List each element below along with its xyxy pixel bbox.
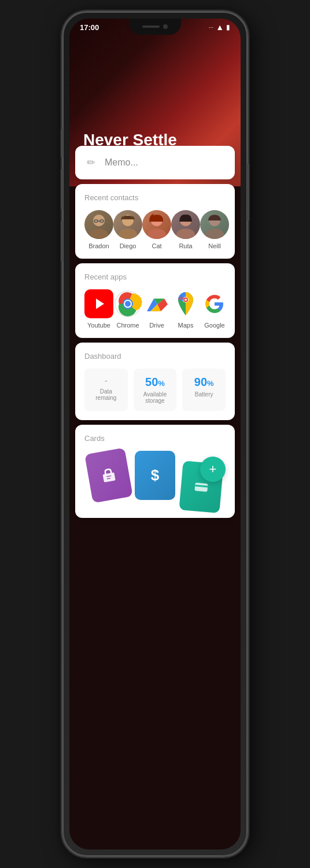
app-name-youtube: Youtube (87, 322, 110, 329)
phone-screen: 17:00 ··· ▲ ▮ Never Settle ☀ Clear, 72 °… (69, 19, 241, 849)
chrome-icon (113, 289, 142, 318)
recent-apps-card: Recent apps Youtube (75, 263, 235, 338)
bottom-spacer (69, 523, 241, 546)
dashboard-data-label: Data remaing (89, 388, 123, 401)
apps-row: Youtube (84, 289, 226, 329)
battery-icon: ▮ (226, 23, 230, 31)
contact-name-diego: Diego (120, 242, 136, 249)
add-card-button[interactable]: + (200, 457, 226, 482)
svg-point-18 (125, 301, 131, 307)
dollar-text: $ (151, 466, 159, 484)
app-youtube[interactable]: Youtube (84, 289, 113, 329)
card-dollar[interactable]: $ (135, 451, 175, 500)
dashboard-row: - Data remaing 50% Available storage 90% (84, 369, 226, 411)
camera (163, 24, 168, 29)
memo-card[interactable]: ✏ Memo... (75, 146, 235, 179)
dashboard-battery-label: Battery (187, 391, 221, 398)
google-icon (200, 289, 229, 318)
svg-point-7 (119, 229, 137, 239)
contact-name-neill: Neill (208, 242, 220, 249)
avatar-diego-image (113, 210, 142, 239)
app-name-google: Google (204, 322, 224, 329)
avatar-cat (142, 210, 171, 239)
svg-rect-25 (102, 472, 115, 482)
contact-name-bradon: Bradon (88, 242, 109, 249)
side-button-alert[interactable] (61, 128, 63, 157)
dashboard-storage-value: 50% (138, 376, 172, 389)
app-name-chrome: Chrome (116, 322, 139, 329)
contact-neill[interactable]: Neill (200, 210, 229, 249)
youtube-play-icon (96, 299, 104, 309)
svg-point-9 (147, 229, 166, 239)
shopping-icon (99, 466, 118, 484)
status-time: 17:00 (80, 23, 99, 32)
side-button-vol-down[interactable] (61, 221, 63, 262)
plus-icon: + (209, 462, 217, 477)
contact-diego[interactable]: Diego (113, 210, 142, 249)
app-drive[interactable]: Drive (142, 289, 171, 329)
contacts-row: Bradon (84, 210, 226, 249)
teal-card-icon (193, 479, 209, 495)
notch (129, 19, 181, 35)
signal-icon: ··· (209, 24, 213, 31)
contact-ruta[interactable]: Ruta (171, 210, 200, 249)
avatar-neill-image (200, 210, 229, 239)
app-maps[interactable]: Maps (171, 289, 200, 329)
apps-label: Recent apps (84, 273, 226, 281)
wifi-icon: ▲ (216, 23, 224, 32)
memo-pencil-icon: ✏ (87, 156, 95, 169)
dashboard-data: - Data remaing (84, 369, 128, 411)
drive-icon (142, 289, 171, 318)
youtube-icon (84, 289, 113, 318)
contact-name-cat: Cat (152, 242, 161, 249)
avatar-neill (200, 210, 229, 239)
avatar-ruta-image (171, 210, 200, 239)
dashboard-data-value: - (89, 376, 123, 386)
contact-bradon[interactable]: Bradon (84, 210, 113, 249)
dashboard-battery-value: 90% (187, 376, 221, 389)
contact-name-ruta: Ruta (179, 242, 192, 249)
dashboard-card: Dashboard - Data remaing 50% Available s… (75, 343, 235, 420)
cards-card: Cards $ (75, 425, 235, 518)
memo-placeholder[interactable]: Memo... (105, 157, 138, 168)
content-area[interactable]: ✏ Memo... Recent contacts (69, 146, 241, 849)
app-chrome[interactable]: Chrome (113, 289, 142, 329)
speaker (142, 25, 160, 28)
dashboard-battery: 90% Battery (182, 369, 226, 411)
status-icons: ··· ▲ ▮ (209, 23, 230, 32)
contacts-label: Recent contacts (84, 193, 226, 202)
avatar-ruta (171, 210, 200, 239)
dashboard-storage: 50% Available storage (134, 369, 177, 411)
dashboard-storage-label: Available storage (138, 391, 172, 404)
phone-device: 17:00 ··· ▲ ▮ Never Settle ☀ Clear, 72 °… (62, 12, 248, 856)
avatar-cat-image (142, 210, 171, 239)
svg-point-13 (205, 229, 224, 239)
cards-content: $ + (84, 451, 226, 509)
dashboard-label: Dashboard (84, 352, 226, 361)
svg-point-11 (176, 229, 195, 239)
side-button-vol-up[interactable] (61, 169, 63, 209)
svg-line-27 (195, 486, 208, 487)
cards-label: Cards (84, 434, 226, 443)
card-shopping[interactable] (84, 448, 133, 503)
app-name-drive: Drive (149, 322, 164, 329)
app-name-maps: Maps (178, 322, 194, 329)
svg-point-23 (184, 299, 187, 301)
maps-icon (171, 289, 200, 318)
recent-contacts-card: Recent contacts (75, 184, 235, 259)
avatar-bradon (84, 210, 113, 239)
avatar-diego (113, 210, 142, 239)
contact-cat[interactable]: Cat (142, 210, 171, 249)
app-google[interactable]: Google (200, 289, 229, 329)
side-button-power[interactable] (247, 163, 249, 221)
svg-point-1 (90, 229, 108, 239)
avatar-bradon-image (84, 210, 113, 239)
